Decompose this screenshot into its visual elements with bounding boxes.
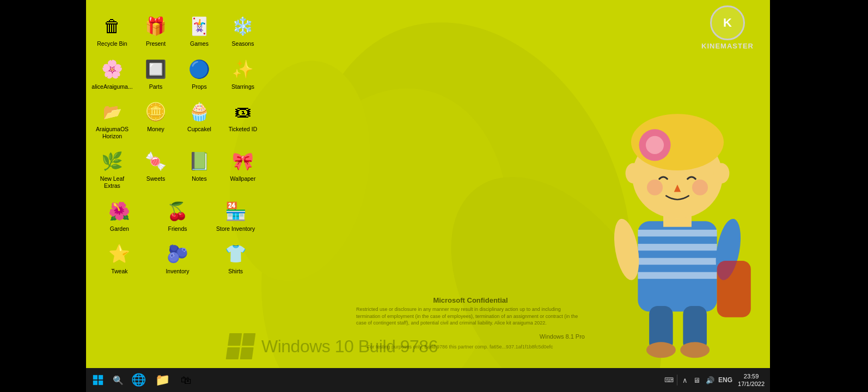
desktop: 🗑 Recycle Bin 🎁 Present 🃏 Games ❄️ Seaso… <box>86 0 770 392</box>
build-hash-text: For testing purposes only. Build 9786 th… <box>367 344 585 350</box>
taskbar-pinned-apps: 🌐 📁 🛍 <box>126 368 198 392</box>
taskbar: 🔍 🌐 📁 🛍 ⌨ ∧ 🖥 🔊 ENG 23:59 17/1/2022 <box>86 368 770 392</box>
svg-rect-28 <box>93 381 97 385</box>
svg-point-17 <box>626 163 641 183</box>
icon-seasons[interactable]: ❄️ Seasons <box>221 13 265 47</box>
svg-rect-6 <box>638 244 717 250</box>
icon-ticketed-id[interactable]: 🎟 Ticketed ID <box>221 99 265 139</box>
kinemaster-circle: K <box>710 5 745 40</box>
icon-store-inventory[interactable]: 🏪 Store Inventory <box>214 198 258 232</box>
icon-parts[interactable]: 🔲 Parts <box>134 56 178 90</box>
icon-sweets[interactable]: 🍬 Sweets <box>134 148 178 189</box>
icon-shirts[interactable]: 👕 Shirts <box>214 241 258 275</box>
confidential-block: Microsoft Confidential Restricted use or… <box>356 296 585 327</box>
icon-tweak[interactable]: ⭐ Tweak <box>97 241 141 275</box>
svg-point-15 <box>647 180 663 195</box>
svg-rect-26 <box>93 375 97 379</box>
character-area <box>590 63 765 368</box>
tray-chevron[interactable]: ∧ <box>681 376 689 384</box>
icon-new-leaf-extras[interactable]: 🌿 New LeafExtras <box>90 148 134 189</box>
win81-text: Windows 8.1 Pro <box>540 333 585 340</box>
icon-wallpaper[interactable]: 🎀 Wallpaper <box>221 148 265 189</box>
svg-rect-5 <box>638 230 717 236</box>
icon-recycle-bin[interactable]: 🗑 Recycle Bin <box>90 13 134 47</box>
confidential-body: Restricted use or disclosure in any mann… <box>356 306 585 327</box>
tray-divider <box>677 375 677 385</box>
icon-money[interactable]: 🪙 Money <box>134 99 178 139</box>
tray-sound-icon[interactable]: 🔊 <box>704 376 716 384</box>
taskbar-explorer[interactable]: 📁 <box>150 368 174 392</box>
icon-games[interactable]: 🃏 Games <box>178 13 221 47</box>
black-bar-right <box>770 0 868 392</box>
confidential-title: Microsoft Confidential <box>356 296 585 304</box>
svg-rect-7 <box>638 258 717 265</box>
icon-garden[interactable]: 🌺 Garden <box>97 198 141 232</box>
svg-point-23 <box>646 342 676 358</box>
kinemaster-name: KINEMASTER <box>701 42 754 50</box>
tray-language[interactable]: ENG <box>718 376 732 384</box>
svg-rect-29 <box>99 381 103 385</box>
taskbar-tray: ⌨ ∧ 🖥 🔊 ENG 23:59 17/1/2022 <box>664 368 770 392</box>
svg-point-18 <box>713 163 729 183</box>
svg-rect-8 <box>638 272 717 279</box>
taskbar-store[interactable]: 🛍 <box>174 368 198 392</box>
start-button[interactable] <box>86 368 110 392</box>
taskbar-search[interactable]: 🔍 <box>110 368 126 392</box>
icon-notes[interactable]: 📗 Notes <box>178 148 221 189</box>
svg-rect-25 <box>717 261 751 317</box>
icon-friends[interactable]: 🍒 Friends <box>156 198 199 232</box>
icons-area: 🗑 Recycle Bin 🎁 Present 🃏 Games ❄️ Seaso… <box>86 0 269 284</box>
svg-point-13 <box>646 136 664 154</box>
icon-inventory[interactable]: 🫐 Inventory <box>156 241 199 275</box>
svg-point-24 <box>680 342 710 358</box>
windows-logo <box>228 333 254 359</box>
character-svg <box>590 63 765 368</box>
tray-clock[interactable]: 23:59 17/1/2022 <box>735 372 768 388</box>
icon-alice-araiguma[interactable]: 🌸 aliceAraiguma... <box>90 56 134 90</box>
black-bar-left <box>0 0 86 392</box>
tray-keyboard-icon[interactable]: ⌨ <box>664 376 674 384</box>
svg-point-16 <box>692 180 708 195</box>
kinemaster-badge: K KINEMASTER <box>701 5 754 50</box>
icon-props[interactable]: 🔵 Props <box>178 56 221 90</box>
icon-present[interactable]: 🎁 Present <box>134 13 178 47</box>
icon-cupcakel[interactable]: 🧁 Cupcakel <box>178 99 221 139</box>
icon-araiguma-horizon[interactable]: 📂 AraigumaOS Horizon <box>90 99 134 139</box>
tray-network-icon[interactable]: 🖥 <box>692 376 702 384</box>
icon-starrings[interactable]: ✨ Starrings <box>221 56 265 90</box>
taskbar-ie[interactable]: 🌐 <box>126 368 150 392</box>
svg-rect-27 <box>99 375 103 379</box>
